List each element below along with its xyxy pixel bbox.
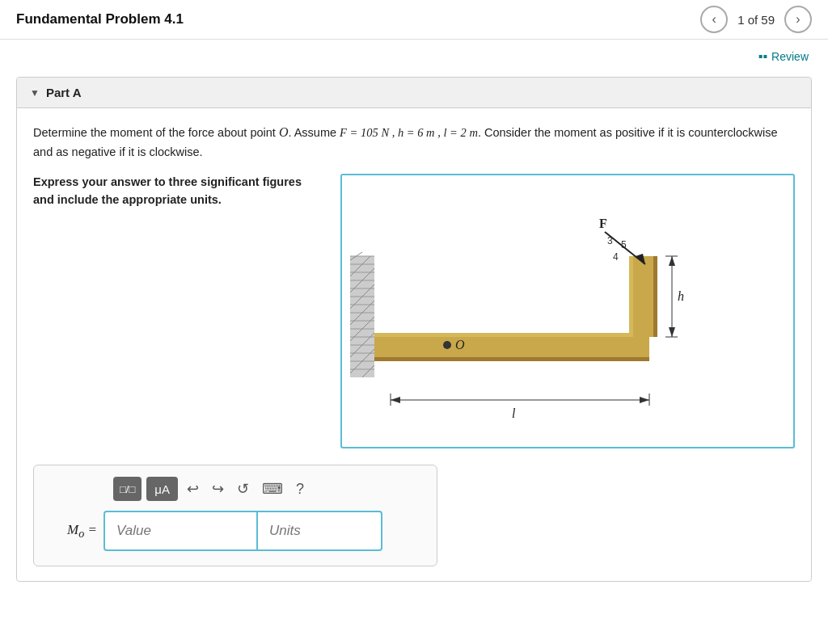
part-section: ▼ Part A Determine the moment of the for…	[16, 77, 812, 582]
toolbar: □/□ μΑ ↩ ↪ ↺ ⌨ ?	[49, 477, 422, 501]
problem-text-1: Determine the moment of the force about …	[33, 126, 279, 139]
keyboard-button[interactable]: ⌨	[258, 478, 287, 499]
header: Fundamental Problem 4.1 ‹ 1 of 59 ›	[0, 0, 828, 40]
svg-rect-28	[374, 357, 649, 361]
mu-button[interactable]: μΑ	[146, 477, 178, 501]
content-left: Express your answer to three significant…	[33, 174, 324, 209]
diagram-svg: O F 3 5 4 h	[342, 175, 690, 442]
next-button[interactable]: ›	[784, 6, 812, 33]
svg-text:h: h	[678, 289, 684, 303]
answer-area: □/□ μΑ ↩ ↪ ↺ ⌨ ?	[33, 465, 437, 566]
svg-rect-30	[629, 256, 633, 337]
svg-text:4: 4	[613, 251, 619, 263]
redo-button[interactable]: ↪	[208, 478, 228, 499]
help-icon: ?	[296, 481, 304, 498]
chevron-icon: ▼	[30, 87, 40, 99]
refresh-icon: ↺	[237, 480, 249, 498]
review-label: Review	[771, 50, 809, 63]
undo-icon: ↩	[187, 480, 199, 498]
part-label: Part A	[46, 86, 82, 99]
undo-button[interactable]: ↩	[183, 478, 203, 499]
units-input[interactable]	[257, 511, 382, 551]
redo-icon: ↪	[212, 480, 224, 498]
help-button[interactable]: ?	[292, 479, 308, 499]
svg-rect-1	[350, 256, 374, 377]
diagram-container: O F 3 5 4 h	[340, 174, 795, 448]
keyboard-icon: ⌨	[262, 480, 283, 498]
svg-text:O: O	[455, 338, 465, 351]
mu-label: μΑ	[154, 482, 170, 496]
page-title: Fundamental Problem 4.1	[16, 11, 184, 27]
problem-O: O	[279, 125, 289, 139]
svg-rect-31	[653, 256, 657, 337]
problem-formula: F = 105 N , h = 6 m , l = 2 m	[340, 126, 478, 139]
value-input[interactable]	[104, 511, 257, 551]
refresh-button[interactable]: ↺	[233, 478, 253, 499]
review-bar: ▪▪ Review	[0, 40, 828, 69]
svg-text:l: l	[512, 406, 516, 420]
svg-rect-29	[629, 256, 657, 337]
mo-label: Mo =	[49, 522, 97, 541]
part-header[interactable]: ▼ Part A	[17, 78, 811, 108]
navigation: ‹ 1 of 59 ›	[700, 6, 812, 33]
content-area: Express your answer to three significant…	[33, 174, 795, 448]
fraction-icon: □/□	[120, 483, 135, 495]
fraction-button[interactable]: □/□	[113, 477, 142, 501]
svg-rect-27	[374, 333, 649, 337]
svg-rect-26	[374, 333, 649, 361]
problem-text-2: . Assume	[288, 126, 340, 139]
problem-statement: Determine the moment of the force about …	[33, 123, 795, 161]
input-row: Mo =	[49, 511, 422, 551]
review-link[interactable]: ▪▪ Review	[758, 49, 809, 64]
svg-text:F: F	[599, 217, 607, 230]
review-icon: ▪▪	[758, 49, 767, 64]
part-body: Determine the moment of the force about …	[17, 108, 811, 581]
prev-button[interactable]: ‹	[700, 6, 728, 33]
svg-point-32	[443, 341, 451, 349]
page-indicator: 1 of 59	[737, 13, 775, 27]
express-text: Express your answer to three significant…	[33, 174, 324, 209]
